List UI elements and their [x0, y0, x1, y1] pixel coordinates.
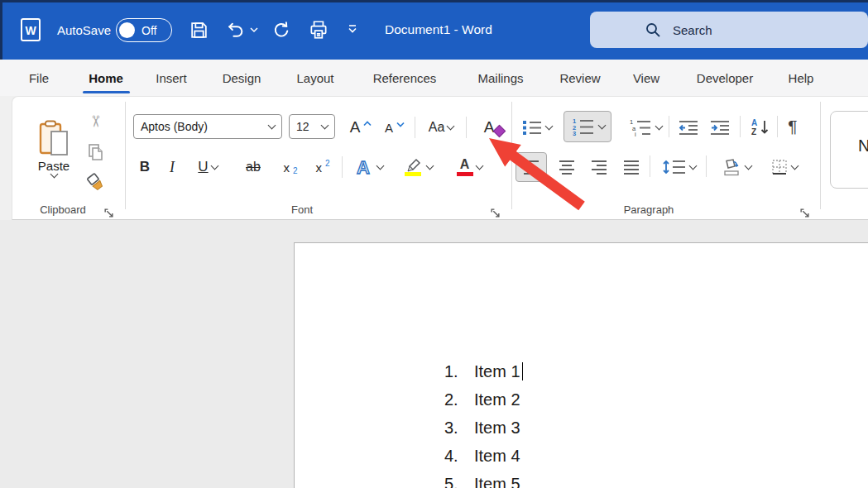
svg-text:A: A	[751, 118, 757, 127]
tab-design[interactable]: Design	[223, 60, 261, 96]
autosave-toggle[interactable]: Off	[116, 18, 172, 42]
strikethrough-button[interactable]: ab	[236, 153, 271, 181]
list-item: 1. Item 1	[444, 362, 523, 381]
tab-view[interactable]: View	[633, 60, 659, 96]
undo-dropdown-chevron-icon	[250, 27, 258, 33]
borders-chevron-icon	[790, 161, 798, 170]
text-effects-icon: A	[352, 156, 374, 178]
text-highlight-color-button[interactable]	[393, 153, 441, 181]
toggle-state-label: Off	[141, 24, 156, 37]
font-name-chevron-icon	[268, 121, 276, 129]
numbering-chevron-icon	[597, 121, 606, 129]
group-separator	[820, 102, 821, 209]
undo-button[interactable]	[225, 20, 258, 41]
button-separator	[342, 156, 343, 178]
caret-down-icon	[396, 122, 405, 127]
search-box[interactable]: Search	[590, 12, 868, 48]
grow-font-button[interactable]: A	[345, 114, 376, 141]
multilevel-list-button[interactable]: 1 a i	[619, 112, 670, 142]
redo-icon	[271, 20, 292, 41]
list-text: Item 4	[474, 447, 520, 466]
undo-icon	[225, 20, 246, 41]
bold-button[interactable]: B	[133, 153, 156, 181]
customize-toolbar-icon	[346, 23, 359, 35]
copy-button[interactable]	[84, 140, 108, 165]
increase-indent-icon	[709, 119, 731, 136]
paragraph-dialog-launcher[interactable]	[799, 207, 811, 218]
show-formatting-marks-button[interactable]: ¶	[780, 111, 805, 142]
word-window: { "titlebar": { "logo_letter": "W", "aut…	[0, 0, 868, 488]
svg-text:Z: Z	[751, 127, 756, 136]
text-effects-chevron-icon	[376, 161, 384, 170]
clipboard-dialog-launcher[interactable]	[103, 207, 115, 218]
sort-button[interactable]: A Z	[746, 112, 774, 142]
group-label-paragraph: Paragraph	[624, 203, 674, 216]
tab-insert[interactable]: Insert	[156, 60, 187, 96]
tab-review[interactable]: Review	[559, 60, 600, 96]
window-title: Document1 - Word	[385, 22, 492, 37]
list-number: 5.	[444, 475, 466, 488]
svg-text:i: i	[635, 131, 636, 136]
tab-developer[interactable]: Developer	[697, 60, 753, 96]
copy-icon	[87, 142, 105, 162]
word-logo-icon[interactable]: W	[17, 17, 45, 43]
italic-button[interactable]: I	[161, 153, 183, 181]
tab-file[interactable]: File	[29, 60, 49, 96]
justify-icon	[622, 159, 640, 175]
button-separator	[466, 117, 467, 138]
group-separator	[125, 102, 126, 209]
document-page[interactable]	[294, 242, 868, 488]
superscript-button[interactable]: x2	[309, 153, 337, 181]
print-preview-button[interactable]	[308, 19, 329, 44]
svg-text:W: W	[25, 24, 36, 37]
title-bar: W AutoSave Off Document1 - Word	[0, 0, 868, 60]
text-effects-button[interactable]: A	[347, 153, 388, 181]
redo-button[interactable]	[271, 20, 292, 44]
list-item: 2. Item 2	[444, 390, 520, 409]
customize-quick-access-toolbar-button[interactable]	[346, 23, 359, 38]
tab-mailings[interactable]: Mailings	[477, 60, 523, 96]
ribbon: Paste ✂ Clipboard Aptos (Body) 12 A	[12, 96, 868, 220]
justify-button[interactable]	[616, 152, 646, 182]
subscript-button[interactable]: x2	[276, 153, 305, 181]
change-case-button[interactable]: Aa	[421, 114, 461, 141]
tab-help[interactable]: Help	[789, 60, 814, 96]
search-icon	[645, 22, 661, 38]
format-painter-button[interactable]	[84, 171, 108, 196]
decrease-indent-icon	[678, 119, 699, 136]
font-name-combobox[interactable]: Aptos (Body)	[133, 114, 282, 139]
tab-layout[interactable]: Layout	[296, 60, 333, 96]
toggle-knob	[119, 22, 135, 38]
button-separator	[777, 116, 778, 137]
caret-up-icon	[363, 121, 372, 127]
underline-chevron-icon	[210, 161, 218, 170]
align-right-icon	[590, 159, 608, 175]
increase-indent-button[interactable]	[706, 112, 734, 142]
paste-button[interactable]: Paste	[31, 105, 77, 191]
list-number: 4.	[444, 447, 466, 466]
list-item: 3. Item 3	[444, 419, 520, 438]
decrease-indent-button[interactable]	[674, 112, 703, 142]
cut-button[interactable]: ✂	[84, 108, 108, 133]
annotation-arrow	[476, 128, 592, 218]
font-name-value: Aptos (Body)	[141, 120, 208, 133]
shading-chevron-icon	[744, 161, 752, 170]
button-separator	[740, 116, 741, 137]
shrink-font-button[interactable]: A	[380, 114, 410, 141]
borders-button[interactable]	[759, 152, 808, 182]
paste-clipboard-icon	[38, 119, 70, 157]
font-size-combobox[interactable]: 12	[289, 114, 335, 139]
list-text: Item 3	[474, 419, 520, 438]
active-tab-underline	[83, 91, 130, 93]
tab-references[interactable]: References	[373, 60, 437, 96]
scissors-icon: ✂	[86, 114, 105, 127]
line-spacing-button[interactable]	[655, 152, 703, 182]
style-gallery-partial-text: N	[858, 136, 868, 155]
multilevel-chevron-icon	[655, 122, 663, 130]
underline-button[interactable]: U	[186, 153, 229, 181]
highlight-chevron-icon	[425, 161, 434, 170]
save-button[interactable]	[189, 20, 209, 44]
group-label-font: Font	[291, 203, 313, 216]
red-arrow-icon	[476, 128, 592, 215]
shading-button[interactable]	[711, 152, 760, 182]
